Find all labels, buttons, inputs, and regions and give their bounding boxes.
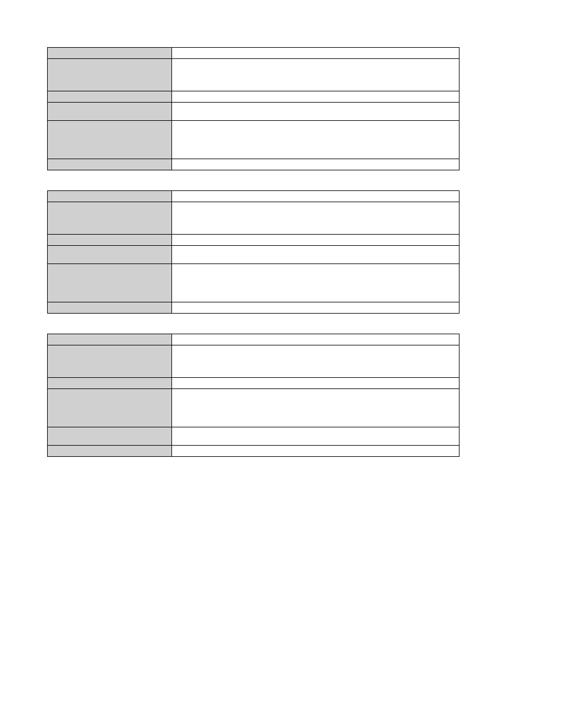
cell-value [172,235,459,246]
cell-label [48,427,172,446]
cell-label [48,446,172,457]
table-row [48,191,459,202]
table-row [48,246,459,264]
cell-label [48,48,172,59]
cell-value [172,159,459,170]
table-row [48,378,459,389]
cell-value [172,446,459,457]
table-row [48,345,459,378]
cell-label [48,246,172,264]
cell-label [48,191,172,202]
info-table-2 [47,190,459,314]
cell-value [172,246,459,264]
table-row [48,264,459,302]
table-row [48,302,459,314]
cell-value [172,48,459,59]
table-row [48,103,459,121]
table-row [48,202,459,235]
cell-value [172,103,459,121]
cell-label [48,59,172,91]
info-table-3 [47,334,459,457]
cell-label [48,235,172,246]
info-table-1 [47,47,459,170]
cell-value [172,427,459,446]
table-row [48,48,459,59]
cell-value [172,191,459,202]
cell-value [172,334,459,345]
cell-label [48,378,172,389]
cell-value [172,121,459,159]
cell-value [172,302,459,314]
cell-value [172,59,459,91]
cell-label [48,302,172,314]
cell-label [48,202,172,235]
table-row [48,235,459,246]
cell-value [172,378,459,389]
cell-label [48,389,172,427]
table-row [48,59,459,91]
table-row [48,334,459,345]
page-content [0,0,562,500]
cell-label [48,121,172,159]
cell-label [48,264,172,302]
cell-value [172,389,459,427]
table-row [48,389,459,427]
cell-label [48,91,172,103]
table-row [48,159,459,170]
cell-label [48,334,172,345]
table-row [48,121,459,159]
cell-value [172,345,459,378]
cell-label [48,345,172,378]
table-row [48,446,459,457]
cell-label [48,159,172,170]
cell-label [48,103,172,121]
table-row [48,427,459,446]
cell-value [172,91,459,103]
cell-value [172,202,459,235]
table-row [48,91,459,103]
cell-value [172,264,459,302]
